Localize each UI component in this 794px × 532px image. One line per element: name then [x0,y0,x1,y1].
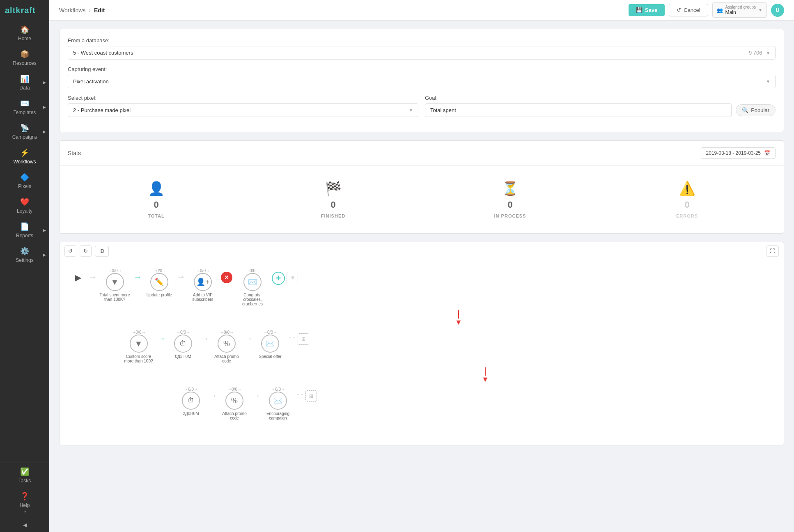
update-profile-label: Update profile [147,293,172,297]
stat-in-process-label: IN PROCESS [494,213,526,218]
arrow-to-email2: → [244,330,253,344]
wf-node-email2[interactable]: →0/0→ ✉️ Special offer [254,330,287,359]
wf-node-filter2[interactable]: →0/0→ ▼ Custom score more than 100? [121,330,156,363]
loyalty-icon: ❤️ [20,197,29,206]
assigned-groups-selector[interactable]: 👥 Assigned groups Main ▼ [712,2,767,18]
arrow-to-cross: × [221,268,232,283]
down-line-2 [485,367,486,376]
sidebar-item-home[interactable]: 🏠 Home [0,21,49,46]
save-button[interactable]: 💾 Save [629,4,665,16]
sidebar-item-pixels[interactable]: 🔷 Pixels [0,169,49,193]
stat-errors-count: 0 [684,200,689,210]
sidebar-item-reports[interactable]: 📄 Reports ▶ [0,218,49,243]
from-database-count: 9 706 ▼ [749,50,770,56]
popular-button[interactable]: 🔍 Popular [736,104,776,116]
from-database-field[interactable]: 5 - West coast customers 9 706 ▼ [68,46,776,60]
goal-label: Goal: [425,95,776,101]
pixel-dropdown-icon: ▼ [409,108,413,112]
breadcrumb-separator: › [89,7,91,14]
email1-icon: ✉️ [243,273,262,291]
capturing-event-field[interactable]: Pixel activation ▼ [68,75,776,88]
stats-header: Stats 2019-03-18 - 2019-03-25 📅 [60,141,784,166]
search-icon: 🔍 [742,107,748,113]
tasks-icon: ✅ [20,467,29,476]
wf-node-timer2[interactable]: →0/0→ ⏱ 2Д0Н0М [174,387,207,416]
wf-node-update-profile[interactable]: →0/0→ ✏️ Update profile [143,268,176,297]
sidebar-item-settings[interactable]: ⚙️ Settings ▶ [0,243,49,267]
breadcrumb-parent[interactable]: Workflows [59,7,85,14]
wf-node-email1[interactable]: →0/0→ ✉️ Congrats, crossales, cranberrie… [234,268,271,306]
sidebar-item-data[interactable]: 📊 Data ▶ [0,70,49,95]
stat-errors-label: ERRORS [676,213,698,218]
wf-node-add-vip[interactable]: →0/0→ 👤+ Add to VIP subscribers [186,268,219,302]
header: Workflows › Edit 💾 Save ↺ Cancel 👥 Assig… [49,0,794,21]
cancel-button[interactable]: ↺ Cancel [669,4,708,16]
from-database-group: From a database: 5 - West coast customer… [68,37,776,60]
stats-card: Stats 2019-03-18 - 2019-03-25 📅 👤 0 TOTA… [59,140,784,234]
assigned-groups-value: Main [725,9,756,15]
sidebar-collapse-button[interactable]: ◀ [0,518,49,532]
reports-icon: 📄 [20,222,29,231]
email2-stats: →0/0→ [263,330,277,335]
sidebar-item-resources[interactable]: 📦 Resources [0,46,49,70]
workflow-row-3: →0/0→ ⏱ 2Д0Н0М → →0/0→ % Attach promo co… [174,387,776,420]
workflow-row-1: ▶ → →0/0→ ▼ Total spent more than 100K? … [68,268,776,306]
campaigns-icon: 📡 [20,124,29,133]
select-pixel-label: Select pixel: [68,95,418,101]
dash-to-end3: - - [297,387,303,398]
arrow-to-promo2: → [208,387,217,401]
date-range-picker[interactable]: 2019-03-18 - 2019-03-25 📅 [701,147,776,159]
promo2-stats: →0/0→ [227,387,241,392]
wf-node-email3[interactable]: →0/0→ ✉️ Encouraging campaign [262,387,294,420]
sidebar-item-campaigns[interactable]: 📡 Campaigns ▶ [0,119,49,144]
filter2-stats: →0/0→ [132,330,146,335]
pixel-goal-row: Select pixel: 2 - Purchase made pixel ▼ … [68,95,776,124]
select-pixel-field[interactable]: 2 - Purchase made pixel ▼ [68,103,418,117]
stat-total: 👤 0 TOTAL [68,174,245,225]
wf-node-filter1[interactable]: →0/0→ ▼ Total spent more than 100K? [97,268,132,302]
plus-icon[interactable]: + [272,272,285,285]
sidebar-item-templates[interactable]: ✉️ Templates ▶ [0,95,49,119]
sidebar-item-tasks[interactable]: ✅ Tasks [0,463,49,488]
workflow-canvas[interactable]: ▶ → →0/0→ ▼ Total spent more than 100K? … [60,260,784,445]
collapse-icon: ◀ [23,522,27,528]
from-database-label: From a database: [68,37,776,44]
sidebar-item-workflows[interactable]: ⚡ Workflows [0,144,49,169]
external-link-icon: ↗ [23,510,26,514]
wf-node-promo1[interactable]: →0/0→ % Attach promo code [210,330,243,363]
sidebar-item-loyalty[interactable]: ❤️ Loyalty [0,193,49,218]
stat-in-process-count: 0 [507,200,512,210]
help-icon: ❓ [20,492,29,501]
down-line-1 [458,310,459,319]
goal-group: Goal: Total spent 🔍 Popular [425,95,776,117]
email1-label: Congrats, crossales, cranberries [234,293,271,306]
stat-total-label: TOTAL [148,213,165,218]
stats-title: Stats [68,150,81,156]
wf-node-promo2[interactable]: →0/0→ % Attach promo code [218,387,251,420]
resources-icon: 📦 [20,50,29,59]
cross-node: × [221,272,232,283]
timer2-label: 2Д0Н0М [183,411,199,416]
plus-node[interactable]: + [272,268,285,285]
dropdown-arrow-icon: ▼ [766,51,770,55]
add-vip-icon: 👤+ [194,273,212,291]
end-node-2: ⊞ [298,330,309,345]
wf-node-timer1[interactable]: →0/0→ ⏱ 0Д3Н0М [167,330,200,359]
email3-icon: ✉️ [269,392,287,410]
stat-finished-label: FINISHED [321,213,345,218]
undo-button[interactable]: ↺ [64,245,76,257]
save-icon: 💾 [636,7,643,13]
end-icon-2: ⊞ [298,333,309,345]
arrow-to-update-profile: → [133,268,142,282]
sidebar-item-help[interactable]: ❓ Help ↗ [0,488,49,518]
total-icon: 👤 [148,181,165,196]
id-button[interactable]: ID [95,246,109,257]
breadcrumb-current: Edit [94,7,105,14]
fullscreen-button[interactable]: ⛶ [766,245,779,257]
workflow-row-2: →0/0→ ▼ Custom score more than 100? → →0… [121,330,776,363]
redo-button[interactable]: ↻ [80,245,92,257]
user-avatar[interactable]: U [771,4,784,17]
goal-field[interactable]: Total spent [425,103,732,117]
logo: altkraft [0,0,49,21]
stats-body: 👤 0 TOTAL 🏁 0 FINISHED ⏳ 0 IN PROCESS ⚠️… [60,166,784,233]
